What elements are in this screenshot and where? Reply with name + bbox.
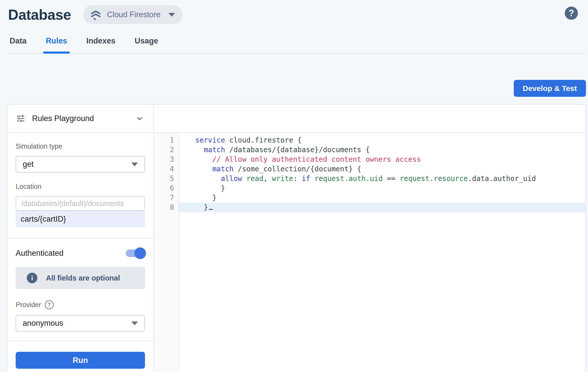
- toggle-knob: [134, 247, 146, 259]
- actions-row: Develop & Test: [7, 80, 586, 97]
- provider-block: Provider ? anonymous: [16, 300, 145, 332]
- location-field-group: /databases/(default)/documents carts/{ca…: [16, 196, 145, 227]
- code-lines[interactable]: service cloud.firestore { match /databas…: [179, 133, 585, 372]
- location-label: Location: [16, 183, 145, 191]
- tab-usage[interactable]: Usage: [133, 33, 160, 53]
- location-base-input[interactable]: /databases/(default)/documents: [16, 196, 145, 211]
- dropdown-arrow-icon: [131, 162, 138, 166]
- provider-select[interactable]: anonymous: [16, 315, 145, 332]
- divider: [7, 238, 153, 239]
- rules-playground-title: Rules Playground: [32, 114, 135, 123]
- rules-playground-body: Simulation type get Location /databases/…: [7, 133, 153, 372]
- line-number: 1: [154, 135, 174, 145]
- tab-data[interactable]: Data: [8, 33, 28, 53]
- info-banner: i All fields are optional: [16, 267, 145, 289]
- simulation-type-select[interactable]: get: [16, 156, 145, 173]
- line-numbers: 12345678: [154, 133, 179, 372]
- provider-label: Provider: [16, 301, 41, 309]
- code-line-4[interactable]: match /some_collection/{document} {: [179, 164, 585, 174]
- info-icon: i: [27, 273, 37, 283]
- code-line-3[interactable]: // Allow only authenticated content owne…: [179, 155, 585, 164]
- code-line-5[interactable]: allow read, write: if request.auth.uid =…: [179, 174, 585, 183]
- code-line-6[interactable]: }: [179, 183, 585, 193]
- run-button[interactable]: Run: [16, 352, 145, 369]
- product-selector-label: Cloud Firestore: [107, 10, 160, 19]
- line-number: 5: [154, 174, 174, 183]
- authenticated-row: Authenticated: [16, 249, 145, 258]
- line-number: 7: [154, 193, 174, 203]
- authenticated-label: Authenticated: [16, 249, 64, 258]
- rules-editor: 12345678 service cloud.firestore { match…: [154, 105, 585, 372]
- dropdown-arrow-icon: [131, 321, 138, 325]
- code-line-8[interactable]: }: [179, 203, 585, 212]
- divider: [7, 341, 153, 341]
- develop-test-button[interactable]: Develop & Test: [514, 80, 586, 97]
- editor-toolbar: [154, 105, 585, 133]
- rules-card: Rules Playground Simulation type get Loc…: [7, 104, 586, 372]
- info-banner-text: All fields are optional: [46, 274, 120, 282]
- line-number: 8: [154, 203, 174, 212]
- simulation-type-label: Simulation type: [16, 143, 145, 150]
- chevron-down-icon[interactable]: [135, 113, 145, 124]
- code-line-1[interactable]: service cloud.firestore {: [179, 135, 585, 145]
- page-title: Database: [8, 6, 71, 23]
- line-number: 4: [154, 164, 174, 174]
- line-number: 2: [154, 145, 174, 155]
- question-icon: ?: [569, 8, 574, 18]
- provider-help-icon[interactable]: ?: [45, 300, 54, 309]
- product-selector[interactable]: Cloud Firestore: [83, 5, 183, 24]
- text-cursor: [209, 209, 213, 210]
- help-button[interactable]: ?: [565, 7, 578, 20]
- code-line-7[interactable]: }: [179, 193, 585, 203]
- tab-rules[interactable]: Rules: [44, 33, 68, 53]
- app-header: Database Cloud Firestore ?: [0, 0, 588, 25]
- simulation-type-value: get: [23, 160, 34, 169]
- rules-playground-panel: Rules Playground Simulation type get Loc…: [7, 105, 154, 372]
- authenticated-toggle[interactable]: [126, 249, 145, 257]
- tab-indexes[interactable]: Indexes: [85, 33, 117, 53]
- firestore-icon: [90, 9, 101, 20]
- rules-playground-header[interactable]: Rules Playground: [7, 105, 153, 133]
- code-line-2[interactable]: match /databases/{database}/documents {: [179, 145, 585, 155]
- provider-value: anonymous: [23, 319, 63, 328]
- tab-bar: Data Rules Indexes Usage: [8, 33, 586, 54]
- line-number: 6: [154, 183, 174, 193]
- editor-area[interactable]: 12345678 service cloud.firestore { match…: [154, 133, 585, 372]
- location-path-input[interactable]: carts/{cartID}: [16, 211, 145, 227]
- tune-icon: [16, 114, 26, 123]
- line-number: 3: [154, 155, 174, 164]
- chevron-down-icon: [168, 13, 175, 17]
